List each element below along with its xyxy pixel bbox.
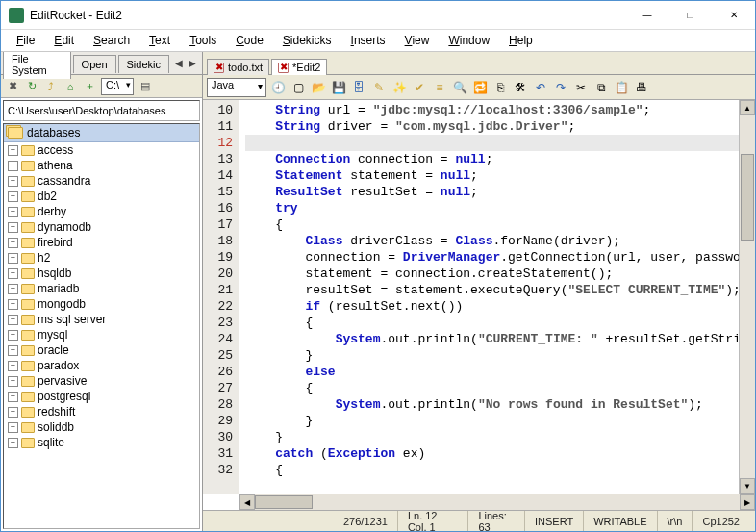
menu-view[interactable]: View [395, 32, 440, 49]
tb-tools-icon[interactable]: 🛠 [512, 79, 529, 96]
gutter-line[interactable]: 11 [205, 118, 233, 135]
scroll-up-icon[interactable]: ▲ [740, 100, 755, 115]
hscroll-track[interactable] [255, 494, 740, 510]
fs-close-icon[interactable]: ✖ [5, 79, 20, 94]
code-line[interactable]: System.out.println("No rows found in Res… [245, 396, 739, 413]
gutter-line[interactable]: 20 [205, 266, 233, 282]
gutter-line[interactable]: 29 [205, 413, 233, 429]
close-button[interactable]: ✕ [712, 1, 755, 29]
menu-help[interactable]: Help [499, 32, 542, 49]
code-line[interactable]: } [245, 413, 739, 429]
code-line[interactable]: Statement statement = null; [245, 167, 739, 184]
sidebar-tab-prev-icon[interactable]: ◀ [173, 58, 185, 68]
minimize-button[interactable]: — [625, 1, 668, 29]
code-line[interactable]: String url = "jdbc:mysql://localhost:330… [245, 102, 739, 118]
tb-validate-icon[interactable]: ✔ [411, 79, 428, 96]
expand-icon[interactable]: + [8, 176, 18, 187]
vertical-scrollbar[interactable]: ▲ ▼ [739, 100, 755, 494]
gutter-line[interactable]: 28 [205, 396, 233, 413]
editor-tab-todo-txt[interactable]: ✖todo.txt [207, 59, 269, 75]
gutter-line[interactable]: 32 [205, 462, 233, 478]
fs-refresh-icon[interactable]: ↻ [24, 79, 39, 94]
drive-selector[interactable]: C:\ [101, 78, 134, 95]
scroll-left-icon[interactable]: ◀ [239, 494, 255, 510]
vscroll-thumb[interactable] [741, 154, 754, 241]
scroll-right-icon[interactable]: ▶ [740, 494, 755, 510]
expand-icon[interactable]: + [8, 392, 18, 402]
code-line[interactable]: { [245, 380, 739, 396]
expand-icon[interactable]: + [8, 438, 18, 448]
tb-copy-icon[interactable]: ⧉ [592, 79, 610, 96]
gutter-line[interactable]: 26 [205, 364, 233, 380]
code-line[interactable]: } [245, 429, 739, 445]
tb-paste-icon[interactable]: 📋 [613, 79, 630, 96]
expand-icon[interactable]: + [8, 222, 18, 233]
tb-cut-icon[interactable]: ✂ [572, 79, 590, 96]
tab-close-icon[interactable]: ✖ [214, 63, 224, 73]
sidebar-tab-sidekick[interactable]: Sidekic [118, 55, 169, 73]
fs-up-icon[interactable]: ⤴ [43, 79, 59, 94]
horizontal-scrollbar[interactable]: ◀ ▶ [239, 494, 755, 510]
tb-undo-icon[interactable]: ↶ [532, 79, 549, 96]
menu-file[interactable]: File [7, 32, 44, 49]
menu-code[interactable]: Code [226, 32, 273, 49]
tree-item-sqlite[interactable]: +sqlite [4, 435, 199, 450]
gutter-line[interactable]: 15 [205, 184, 233, 200]
code-line[interactable]: else [245, 364, 739, 380]
expand-icon[interactable]: + [8, 268, 18, 279]
gutter-line[interactable]: 17 [205, 216, 233, 233]
fs-filter-icon[interactable]: ▤ [138, 79, 153, 94]
tb-find-icon[interactable]: 🔍 [451, 79, 468, 96]
tree-item-mariadb[interactable]: +mariadb [4, 281, 199, 296]
menu-text[interactable]: Text [139, 32, 180, 49]
menu-sidekicks[interactable]: Sidekicks [273, 32, 341, 49]
tb-open-icon[interactable]: 📂 [310, 79, 327, 96]
gutter-line[interactable]: 10 [205, 102, 233, 118]
tb-format-icon[interactable]: ≡ [431, 79, 448, 96]
tb-save-icon[interactable]: 💾 [330, 79, 347, 96]
code-line[interactable]: if (resultSet.next()) [245, 298, 739, 315]
tree-item-redshift[interactable]: +redshift [4, 404, 199, 419]
code-line[interactable]: Connection connection = null; [245, 151, 739, 167]
tree-item-pervasive[interactable]: +pervasive [4, 373, 199, 389]
language-selector[interactable]: Java [207, 78, 266, 97]
expand-icon[interactable]: + [8, 315, 18, 325]
gutter-line[interactable]: 31 [205, 445, 233, 462]
tb-recent-icon[interactable]: 🕘 [269, 79, 287, 96]
tb-saveall-icon[interactable]: 🗄 [350, 79, 367, 96]
expand-icon[interactable]: + [8, 191, 18, 202]
menu-edit[interactable]: Edit [44, 32, 84, 49]
tb-edit-icon[interactable]: ✎ [370, 79, 388, 96]
gutter-line[interactable]: 30 [205, 429, 233, 445]
gutter-line[interactable]: 23 [205, 315, 233, 331]
expand-icon[interactable]: + [8, 345, 18, 356]
code-line[interactable]: { [245, 315, 739, 331]
gutter-line[interactable]: 18 [205, 233, 233, 249]
sidebar-tab-next-icon[interactable]: ▶ [187, 58, 198, 68]
tree-root[interactable]: databases [4, 124, 199, 142]
tree-item-athena[interactable]: +athena [4, 158, 199, 173]
code-line[interactable]: catch (Exception ex) [245, 445, 739, 462]
tb-redo-icon[interactable]: ↷ [552, 79, 569, 96]
gutter-line[interactable]: 27 [205, 380, 233, 396]
expand-icon[interactable]: + [8, 284, 18, 294]
code-line[interactable]: Class driverClass = Class.forName(driver… [245, 233, 739, 249]
menu-tools[interactable]: Tools [180, 32, 226, 49]
expand-icon[interactable]: + [8, 376, 18, 387]
tree-item-access[interactable]: +access [4, 142, 199, 158]
gutter-line[interactable]: 12 [205, 135, 233, 151]
expand-icon[interactable]: + [8, 299, 18, 310]
file-tree[interactable]: databases +access+athena+cassandra+db2+d… [3, 123, 200, 529]
tree-item-postgresql[interactable]: +postgresql [4, 389, 199, 404]
menu-window[interactable]: Window [439, 32, 499, 49]
line-gutter[interactable]: 1011121314151617181920212223242526272829… [203, 100, 239, 494]
tb-wand-icon[interactable]: ✨ [391, 79, 408, 96]
path-input[interactable]: C:\Users\user\Desktop\databases [3, 100, 200, 121]
expand-icon[interactable]: + [8, 407, 18, 418]
fs-home-icon[interactable]: ⌂ [63, 79, 78, 94]
tree-item-firebird[interactable]: +firebird [4, 235, 199, 250]
gutter-line[interactable]: 14 [205, 167, 233, 184]
editor-tab--Edit2[interactable]: ✖*Edit2 [271, 59, 327, 75]
code-line[interactable]: ResultSet resultSet = null; [245, 184, 739, 200]
tb-print-icon[interactable]: 🖶 [633, 79, 650, 96]
